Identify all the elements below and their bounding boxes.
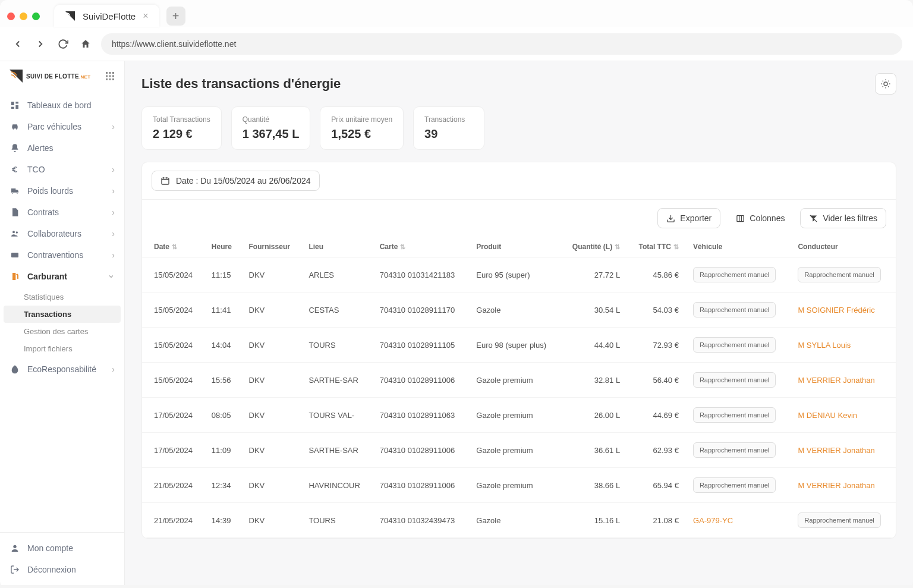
sidebar-sub-transactions[interactable]: Transactions [4,306,121,323]
window-close[interactable] [7,12,15,20]
table-row: 21/05/202414:39DKVTOURS704310 0103243947… [142,503,896,538]
driver-link[interactable]: M SYLLA Louis [798,341,851,350]
clear-filters-button[interactable]: Vider les filtres [800,208,886,228]
svg-rect-6 [106,78,108,80]
manual-match-vehicle-button[interactable]: Rapprochement manuel [693,442,776,458]
col-fournisseur[interactable]: Fournisseur [242,237,302,257]
col-conducteur[interactable]: Conducteur [791,237,896,257]
sidebar-item-tco[interactable]: TCO › [0,159,124,180]
manual-match-driver-button[interactable]: Rapprochement manuel [798,512,880,528]
cell-date: 21/05/2024 [142,503,204,538]
col-total[interactable]: Total TTC⇅ [627,237,686,257]
stat-label: Transactions [424,115,473,124]
cell-lieu: TOURS VAL- [301,398,372,433]
col-vehicule[interactable]: Véhicule [686,237,791,257]
cell-carte: 704310 01031421183 [373,257,470,293]
svg-rect-15 [11,253,18,257]
cell-carte: 704310 01032439473 [373,503,470,538]
cell-conducteur: M VERRIER Jonathan [791,433,896,468]
url-bar[interactable]: https://www.client.suivideflotte.net [101,33,902,55]
sidebar-item-label: Tableaux de bord [27,100,115,110]
stat-card-avg-price: Prix unitaire moyen 1,525 € [320,106,404,150]
col-carte[interactable]: Carte⇅ [373,237,470,257]
cell-conducteur: M VERRIER Jonathan [791,468,896,503]
browser-tab[interactable]: SuiviDeFlotte × [54,5,159,27]
sidebar-sub-stats[interactable]: Statistiques [0,288,124,306]
new-tab-button[interactable]: + [166,7,185,26]
filter-off-icon [809,214,818,223]
sidebar-logout[interactable]: Déconnexion [0,559,124,580]
back-button[interactable] [11,37,25,51]
manual-match-vehicle-button[interactable]: Rapprochement manuel [693,337,776,353]
cell-produit: Gazole premium [469,398,560,433]
driver-link[interactable]: M SOIGNIER Frédéric [798,306,874,315]
apps-grid-icon[interactable] [105,71,115,81]
col-date[interactable]: Date⇅ [142,237,204,257]
svg-rect-18 [162,178,169,184]
table-row: 15/05/202411:15DKVARLES704310 0103142118… [142,257,896,293]
driver-link[interactable]: M VERRIER Jonathan [798,481,874,490]
logo[interactable]: SUIVI DE FLOTTE.NET [10,70,90,83]
col-lieu[interactable]: Lieu [301,237,372,257]
cell-conducteur: Rapprochement manuel [791,257,896,293]
window-minimize[interactable] [20,12,27,20]
cell-total: 54.03 € [627,293,686,328]
sidebar-item-trucks[interactable]: Poids lourds › [0,180,124,202]
cell-produit: Gazole [469,293,560,328]
table-row: 15/05/202414:04DKVTOURS704310 0102891110… [142,328,896,363]
svg-point-14 [16,231,18,233]
tab-close-icon[interactable]: × [143,11,148,21]
date-filter-label: Date : Du 15/05/2024 au 26/06/2024 [176,176,311,185]
manual-match-vehicle-button[interactable]: Rapprochement manuel [693,407,776,423]
home-button[interactable] [78,37,93,51]
manual-match-vehicle-button[interactable]: Rapprochement manuel [693,267,776,282]
cell-fournisseur: DKV [242,363,302,398]
col-produit[interactable]: Produit [469,237,560,257]
svg-point-17 [884,82,887,86]
table-row: 17/05/202408:05DKVTOURS VAL-704310 01028… [142,398,896,433]
cell-vehicule: GA-979-YC [686,503,791,538]
cell-lieu: SARTHE-SAR [301,363,372,398]
cell-vehicule: Rapprochement manuel [686,328,791,363]
manual-match-vehicle-button[interactable]: Rapprochement manuel [693,372,776,388]
forward-button[interactable] [33,37,48,51]
document-icon [10,207,20,218]
vehicle-link[interactable]: GA-979-YC [693,516,733,525]
driver-link[interactable]: M VERRIER Jonathan [798,376,874,385]
date-filter-button[interactable]: Date : Du 15/05/2024 au 26/06/2024 [152,171,320,191]
theme-toggle-button[interactable] [875,73,896,95]
sidebar-item-contracts[interactable]: Contrats › [0,202,124,223]
manual-match-vehicle-button[interactable]: Rapprochement manuel [693,477,776,493]
window-maximize[interactable] [32,12,40,20]
sidebar-item-collaborators[interactable]: Collaborateurs › [0,223,124,244]
cell-quantite: 36.61 L [560,433,627,468]
cell-heure: 12:34 [204,468,242,503]
chevron-right-icon: › [112,229,115,238]
sidebar-item-fuel[interactable]: Carburant [0,266,124,287]
cell-date: 15/05/2024 [142,363,204,398]
sidebar-item-eco[interactable]: EcoResponsabilité › [0,359,124,380]
driver-link[interactable]: M VERRIER Jonathan [798,446,874,455]
sidebar-sub-cards[interactable]: Gestion des cartes [0,323,124,340]
sidebar-footer: Mon compte Déconnexion [0,532,124,585]
sidebar-item-dashboards[interactable]: Tableaux de bord [0,95,124,116]
svg-rect-2 [112,72,114,74]
col-heure[interactable]: Heure [204,237,242,257]
cell-produit: Euro 98 (super plus) [469,328,560,363]
col-quantite[interactable]: Quantité (L)⇅ [560,237,627,257]
sidebar-item-alerts[interactable]: Alertes [0,137,124,159]
sidebar-account[interactable]: Mon compte [0,537,124,559]
stat-card-quantity: Quantité 1 367,45 L [231,106,311,150]
manual-match-driver-button[interactable]: Rapprochement manuel [798,267,880,282]
main-content: Liste des transactions d'énergie Total T… [125,61,913,585]
export-button[interactable]: Exporter [657,208,720,228]
cell-carte: 704310 01028911063 [373,398,470,433]
sidebar-sub-import[interactable]: Import fichiers [0,340,124,357]
columns-button[interactable]: Colonnes [728,208,793,228]
sidebar-item-vehicles[interactable]: Parc véhicules › [0,116,124,137]
sidebar-item-tickets[interactable]: Contraventions › [0,244,124,266]
driver-link[interactable]: M DENIAU Kevin [798,411,857,420]
cell-carte: 704310 01028911006 [373,468,470,503]
reload-button[interactable] [56,37,70,51]
manual-match-vehicle-button[interactable]: Rapprochement manuel [693,302,776,317]
